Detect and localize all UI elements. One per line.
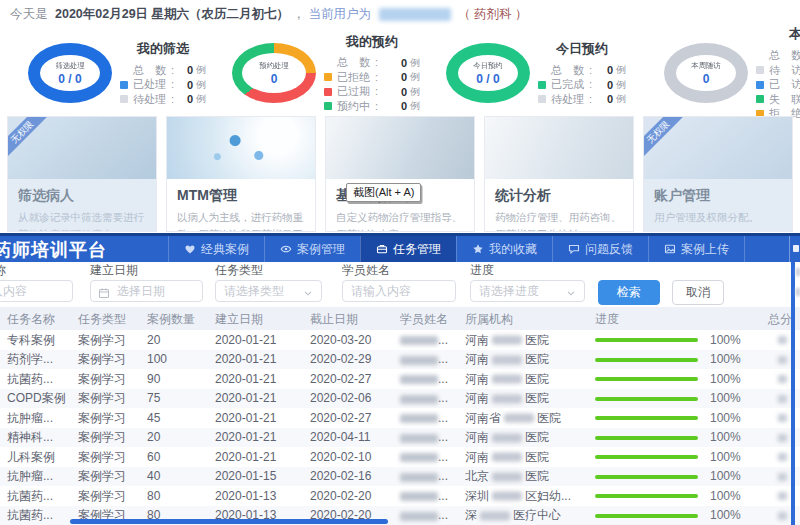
progress-bar — [595, 397, 698, 401]
redacted-text — [480, 511, 510, 520]
filter-student-name-input[interactable] — [342, 280, 456, 302]
table-row[interactable]: 药剂学...案例学习1002020-01-212020-02-29...河南医院… — [0, 350, 800, 370]
donut-value: 0 / 0 — [58, 72, 81, 86]
cell-organization: 河南省医院 — [465, 409, 561, 426]
cell-organization: 河南医院 — [465, 351, 549, 368]
donut-value: 0 — [271, 72, 278, 86]
tab-case-management[interactable]: 案例管理 — [264, 236, 360, 262]
legend-unit: 例 — [196, 63, 206, 77]
cell-score-redacted — [778, 434, 787, 442]
card-title: 统计分析 — [495, 187, 623, 205]
tab-feedback[interactable]: 问题反馈 — [552, 236, 648, 262]
table-row[interactable]: 抗肿瘤...案例学习452020-01-212020-02-27...河南省医院… — [0, 408, 800, 428]
org-suffix: 医院 — [525, 391, 549, 405]
filter-progress-input[interactable] — [470, 280, 585, 302]
filter-field-task-name: 任务名称 — [0, 262, 73, 302]
cell-case-count: 45 — [147, 411, 160, 425]
column-header: 任务名称 — [7, 310, 55, 327]
donut-label: 本周随访 — [691, 60, 720, 70]
table-row[interactable]: 精神科...案例学习202020-01-212020-04-11...河南医院1… — [0, 428, 800, 448]
stat-group-my-appointments: 预约处理0我的预约总 数0例已拒绝0例已过期0例预约中0例 — [232, 33, 420, 114]
legend-label: 已过期 — [337, 84, 380, 99]
tab-case-upload[interactable]: 案例上传 — [648, 236, 745, 262]
legend-value: 0 — [607, 64, 613, 76]
card-screen-patients[interactable]: 无权限筛选病人从就诊记录中筛选需要进行药物治疗管理的病人。 — [7, 116, 157, 232]
table-row[interactable]: 儿科案例案例学习602020-01-212020-02-10...河南医院100… — [0, 447, 800, 467]
card-base-data-maintenance[interactable]: 基础数据维护自定义药物治疗管理指导、用药咨询内容。截图(Alt + A) — [325, 116, 475, 232]
table-row[interactable]: COPD案例案例学习752020-01-212020-02-06...河南医院1… — [0, 389, 800, 409]
legend-label: 待处理 — [133, 92, 176, 107]
org-suffix: 医院 — [525, 449, 549, 463]
filter-field-created-date: 建立日期 — [90, 262, 203, 302]
tab-label: 案例管理 — [297, 241, 345, 258]
cell-student-redacted: ... — [400, 333, 448, 347]
stats-row: 筛选处理0 / 0我的筛选总 数0例已处理0例待处理0例预约处理0我的预约总 数… — [0, 30, 800, 116]
org-prefix: 河南 — [465, 352, 489, 366]
card-title: 账户管理 — [654, 187, 782, 205]
legend-label: 总 数 — [769, 48, 800, 63]
stat-title: 我的筛选 — [120, 40, 206, 58]
table-body: 专科案例案例学习202020-01-212020-03-20...河南医院100… — [0, 330, 800, 525]
table-row[interactable]: 抗菌药...案例学习802020-01-132020-02-20...深圳区妇幼… — [0, 486, 800, 506]
filter-task-name-input[interactable] — [0, 280, 73, 302]
legend-chip — [538, 95, 546, 103]
column-header: 案例数量 — [147, 310, 195, 327]
cell-score-redacted — [778, 356, 787, 364]
topbar: 今天是 2020年02月29日 星期六（农历二月初七） ， 当前用户为 （ 药剂… — [0, 0, 800, 28]
progress-bar — [595, 416, 698, 420]
legend-label: 失 联 — [769, 92, 800, 107]
cell-organization: 河南医院 — [465, 331, 549, 348]
cell-organization: 河南医院 — [465, 429, 549, 446]
cancel-button[interactable]: 取消 — [672, 280, 724, 305]
cell-task-type: 案例学习 — [78, 429, 126, 446]
filter-created-date-input[interactable] — [90, 280, 203, 302]
tab-label: 问题反馈 — [585, 241, 633, 258]
table-row[interactable]: 专科案例案例学习202020-01-212020-03-20...河南医院100… — [0, 330, 800, 350]
card-title: MTM管理 — [177, 187, 305, 205]
cell-student-redacted: ... — [400, 372, 448, 386]
org-suffix: 医院 — [537, 410, 561, 424]
stat-info: 今日预约总 数0例已完成0例待处理0例 — [538, 40, 626, 107]
progress-percent: 100% — [710, 489, 741, 503]
legend-chip — [324, 88, 332, 96]
student-ellipsis: ... — [438, 489, 448, 503]
current-date: 2020年02月29日 星期六（农历二月初七） — [55, 7, 289, 21]
cell-task-type: 案例学习 — [78, 487, 126, 504]
tab-my-favorites[interactable]: 我的收藏 — [456, 236, 552, 262]
tab-task-management[interactable]: 任务管理 — [360, 236, 456, 262]
legend-value: 0 — [401, 57, 407, 69]
window-border-bottom — [70, 519, 388, 524]
progress-percent: 100% — [710, 411, 741, 425]
legend-value: 0 — [401, 71, 407, 83]
org-suffix: 医院 — [525, 469, 549, 483]
org-prefix: 深圳 — [465, 488, 489, 502]
card-mtm-management[interactable]: MTM管理以病人为主线，进行药物重整、用药咨询和用药指导工作。 — [166, 116, 316, 232]
cell-score-redacted — [778, 395, 787, 403]
cell-organization: 深圳区妇幼... — [465, 487, 571, 504]
cell-score-redacted — [778, 336, 787, 344]
legend-row: 待 访0例 — [756, 63, 800, 78]
table-row[interactable]: 抗肿瘤...案例学习402020-01-152020-02-16...北京医院1… — [0, 467, 800, 487]
table-row[interactable]: 抗菌药...案例学习902020-01-212020-02-27...河南医院1… — [0, 369, 800, 389]
cell-case-count: 100 — [147, 352, 167, 366]
filter-task-type-input[interactable] — [215, 280, 322, 302]
briefcase-icon — [376, 243, 388, 255]
window-border-right — [791, 262, 795, 525]
legend-chip — [756, 81, 764, 89]
cell-organization: 河南医院 — [465, 370, 549, 387]
cell-task-name: 专科案例 — [7, 331, 55, 348]
card-account-management[interactable]: 无权限账户管理用户管理及权限分配。 — [643, 116, 793, 232]
progress-percent: 100% — [710, 352, 741, 366]
cell-student-redacted: ... — [400, 450, 448, 464]
org-prefix: 北京 — [465, 469, 489, 483]
cell-task-type: 案例学习 — [78, 370, 126, 387]
stat-info: 本周随访总 数0例待 访0例已 访0例失 联0例拒 绝0例 — [756, 25, 800, 121]
tab-classic-cases[interactable]: 经典案例 — [168, 236, 264, 262]
chat-icon — [568, 243, 580, 255]
screenshot-hotkey-tooltip: 截图(Alt + A) — [346, 183, 421, 202]
legend-label: 总 数 — [551, 63, 594, 78]
legend-row: 失 联0例 — [756, 92, 800, 107]
search-button[interactable]: 检索 — [598, 280, 660, 305]
redacted-text — [492, 433, 522, 442]
card-statistics-analysis[interactable]: 统计分析药物治疗管理、用药咨询、用药指导工作统计。 — [484, 116, 634, 232]
